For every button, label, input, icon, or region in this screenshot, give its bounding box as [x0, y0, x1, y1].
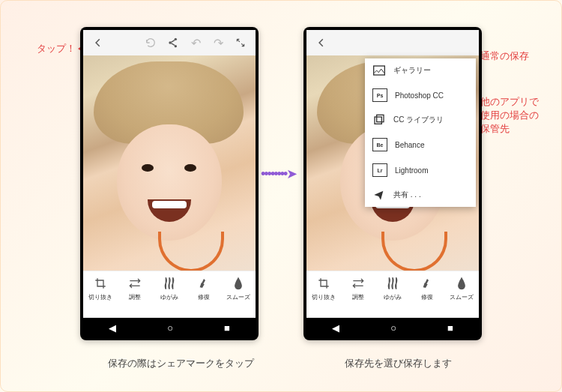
- nav-recent-icon[interactable]: ■: [447, 322, 453, 334]
- toolbar: [306, 30, 479, 55]
- nav-back-icon[interactable]: ◀: [109, 322, 116, 334]
- ps-icon: Ps: [372, 88, 387, 102]
- tool-label: 切り抜き: [312, 293, 336, 301]
- caption-left: 保存の際はシェアマークをタップ: [83, 357, 278, 370]
- phone-right: 切り抜き 調整 ゆがみ 修復 スムーズ ギャラリー Ps Photoshop C…: [303, 27, 482, 340]
- tool-heal[interactable]: 修復: [189, 276, 219, 301]
- gallery-icon: [372, 64, 386, 76]
- tool-adjust[interactable]: 調整: [120, 276, 150, 301]
- menu-label: Photoshop CC: [395, 91, 444, 100]
- nav-home-icon[interactable]: ○: [390, 322, 396, 334]
- fullscreen-button[interactable]: [232, 34, 250, 52]
- nav-back-icon[interactable]: ◀: [332, 322, 339, 334]
- be-icon: Be: [372, 138, 387, 151]
- tool-smooth[interactable]: スムーズ: [447, 276, 477, 301]
- back-button[interactable]: [312, 34, 330, 52]
- menu-photoshop[interactable]: Ps Photoshop CC: [365, 82, 476, 108]
- back-button[interactable]: [89, 34, 107, 52]
- menu-lightroom[interactable]: Lr Lightroom: [365, 157, 476, 183]
- menu-label: Lightroom: [395, 166, 428, 175]
- menu-label: Behance: [395, 141, 424, 149]
- menu-label: 共有 . . .: [393, 190, 421, 200]
- save-menu: ギャラリー Ps Photoshop CC CC ライブラリ Be Behanc…: [365, 58, 476, 207]
- svg-point-1: [175, 38, 177, 40]
- tool-label: 修復: [198, 293, 210, 301]
- undo-button[interactable]: ↶: [187, 34, 205, 52]
- menu-label: CC ライブラリ: [393, 115, 444, 125]
- tool-strip: 切り抜き 調整 ゆがみ 修復 スムーズ: [306, 271, 479, 318]
- tool-label: 調整: [352, 293, 364, 301]
- share-button[interactable]: [164, 34, 182, 52]
- tool-heal[interactable]: 修復: [412, 276, 442, 301]
- tool-label: 切り抜き: [88, 293, 112, 301]
- tool-label: 調整: [129, 293, 141, 301]
- tool-crop[interactable]: 切り抜き: [309, 276, 339, 301]
- tool-label: ゆがみ: [384, 293, 402, 301]
- tool-label: スムーズ: [450, 293, 474, 301]
- phone-left: ↶ ↷ 切り抜き 調整 ゆがみ 修復 スムーズ ◀ ○ ■: [80, 27, 259, 340]
- tool-adjust[interactable]: 調整: [343, 276, 373, 301]
- restore-button[interactable]: [142, 34, 160, 52]
- nav-recent-icon[interactable]: ■: [224, 322, 230, 334]
- caption-right: 保存先を選び保存します: [300, 357, 495, 370]
- menu-cc-library[interactable]: CC ライブラリ: [365, 108, 476, 132]
- android-navbar: ◀ ○ ■: [83, 318, 256, 337]
- tool-warp[interactable]: ゆがみ: [154, 276, 184, 301]
- svg-rect-3: [374, 66, 385, 75]
- menu-share[interactable]: 共有 . . .: [365, 183, 476, 207]
- toolbar: ↶ ↷: [83, 30, 256, 55]
- nav-home-icon[interactable]: ○: [167, 322, 173, 334]
- svg-rect-5: [377, 115, 384, 121]
- redo-button[interactable]: ↷: [209, 34, 227, 52]
- tool-warp[interactable]: ゆがみ: [378, 276, 408, 301]
- tool-crop[interactable]: 切り抜き: [85, 276, 115, 301]
- tool-label: スムーズ: [226, 293, 250, 301]
- lib-icon: [372, 114, 386, 126]
- svg-rect-4: [375, 117, 381, 124]
- tool-label: ゆがみ: [160, 293, 178, 301]
- menu-gallery[interactable]: ギャラリー: [365, 58, 476, 82]
- menu-behance[interactable]: Be Behance: [365, 132, 476, 157]
- svg-point-2: [175, 45, 177, 47]
- share-icon: [372, 189, 386, 201]
- tool-strip: 切り抜き 調整 ゆがみ 修復 スムーズ: [83, 271, 256, 318]
- tool-label: 修復: [421, 293, 433, 301]
- photo-canvas[interactable]: [83, 55, 256, 271]
- lr-icon: Lr: [372, 163, 387, 177]
- tool-smooth[interactable]: スムーズ: [223, 276, 253, 301]
- menu-label: ギャラリー: [393, 65, 431, 76]
- android-navbar: ◀ ○ ■: [306, 318, 479, 337]
